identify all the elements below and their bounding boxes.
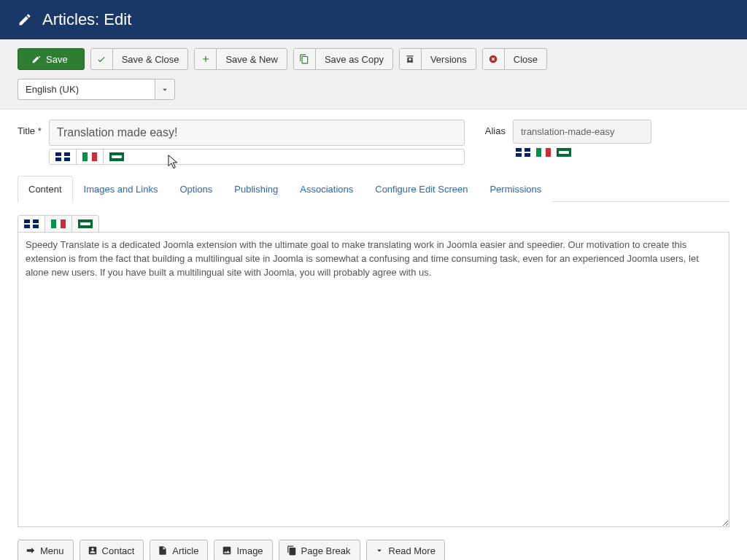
check-icon: [96, 54, 107, 64]
alias-language-flags: [513, 147, 651, 158]
editor-language-tabs: [18, 215, 99, 232]
insert-article-button[interactable]: Article: [150, 540, 208, 560]
insert-contact-button[interactable]: Contact: [80, 540, 144, 560]
flag-it[interactable]: [77, 149, 104, 164]
flag-uk[interactable]: [50, 149, 77, 164]
flag-ar: [554, 147, 574, 158]
flag-it[interactable]: [45, 216, 72, 232]
tabs: Content Images and Links Options Publish…: [18, 175, 729, 202]
copy-icon: [299, 54, 309, 64]
insert-image-button[interactable]: Image: [214, 540, 272, 560]
chevron-down-icon: [374, 545, 384, 556]
insert-menu-button[interactable]: Menu: [18, 540, 74, 560]
title-label: Title *: [18, 120, 42, 136]
check-pencil-icon: [31, 54, 42, 64]
save-button[interactable]: Save: [18, 48, 85, 70]
share-icon: [26, 545, 36, 556]
file-icon: [158, 545, 168, 556]
tab-images-links[interactable]: Images and Links: [73, 176, 169, 202]
save-new-button[interactable]: Save & New: [194, 48, 287, 70]
tab-configure[interactable]: Configure Edit Screen: [364, 176, 479, 202]
contact-icon: [88, 545, 98, 556]
save-close-button[interactable]: Save & Close: [90, 48, 189, 70]
toolbar: Save Save & Close Save & New Save as Cop…: [0, 39, 747, 109]
tab-publishing[interactable]: Publishing: [223, 176, 289, 202]
tab-content[interactable]: Content: [18, 176, 73, 202]
insert-readmore-button[interactable]: Read More: [366, 540, 445, 560]
flag-ar[interactable]: [104, 149, 130, 164]
flag-uk: [513, 147, 533, 158]
flag-ar[interactable]: [72, 216, 98, 232]
language-select[interactable]: English (UK): [18, 79, 175, 100]
pencil-icon: [18, 12, 32, 27]
archive-icon: [405, 54, 415, 64]
language-select-value: English (UK): [18, 79, 155, 100]
flag-it: [533, 147, 554, 158]
alias-input[interactable]: [513, 120, 651, 144]
flag-uk[interactable]: [18, 216, 45, 232]
content-editor[interactable]: [18, 232, 729, 527]
page-title: Articles: Edit: [42, 10, 131, 29]
tab-options[interactable]: Options: [169, 176, 223, 202]
copy-icon: [287, 545, 297, 556]
image-icon: [222, 545, 232, 556]
insert-pagebreak-button[interactable]: Page Break: [279, 540, 360, 560]
close-icon: [488, 54, 498, 64]
alias-label: Alias: [485, 120, 506, 136]
versions-button[interactable]: Versions: [399, 48, 476, 70]
close-button[interactable]: Close: [482, 48, 547, 70]
tab-associations[interactable]: Associations: [289, 176, 364, 202]
tab-permissions[interactable]: Permissions: [479, 176, 552, 202]
plus-icon: [201, 54, 211, 64]
page-header: Articles: Edit: [0, 0, 747, 39]
title-language-tabs: [49, 149, 465, 165]
chevron-down-icon: [155, 79, 175, 100]
save-copy-button[interactable]: Save as Copy: [293, 48, 393, 70]
title-input[interactable]: [49, 120, 465, 146]
editor-insert-buttons: Menu Contact Article Image Page Break Re…: [18, 540, 729, 560]
